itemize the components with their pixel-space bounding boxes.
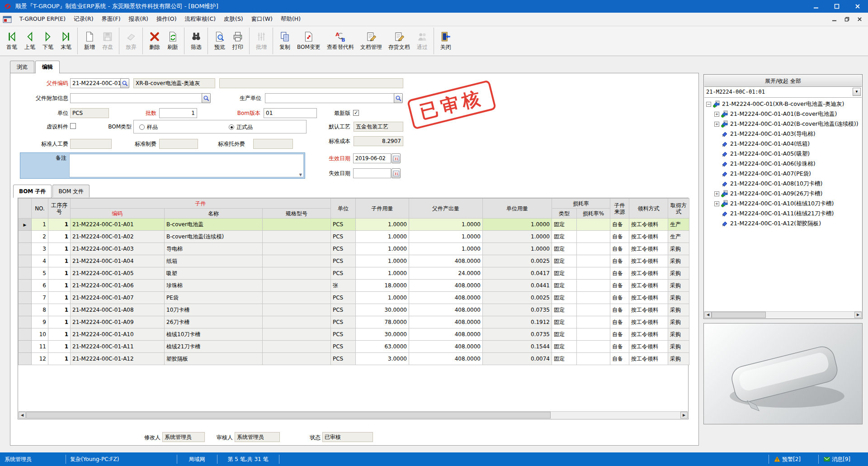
cell-parent-output[interactable]: 408.0000 [409, 304, 483, 316]
statusbar-alert-badge[interactable]: 预警[2] [774, 452, 801, 466]
tree-node[interactable]: 21-M2224-00C-01-A11(植绒21刀卡槽) [704, 209, 862, 219]
tree-node[interactable]: 21-M2224-00C-01-A12(塑胶隔板) [704, 219, 862, 228]
cell-qty[interactable]: 1.0000 [356, 219, 409, 231]
cell-no[interactable]: 7 [32, 292, 48, 304]
cell-parent-output[interactable]: 1.0000 [409, 231, 483, 243]
cell-loss-rate[interactable] [577, 231, 610, 243]
statusbar-message-badge[interactable]: 消息[9] [824, 452, 850, 466]
tree-node[interactable]: 21-M2224-00C-01(XR-B-cover电池盖-奥迪灰) [704, 99, 862, 109]
cell-name[interactable]: 植绒10刀卡槽 [165, 328, 263, 341]
cell-code[interactable]: 21-M2224-00C-01-A08 [71, 304, 165, 316]
cell-name[interactable]: 塑胶隔板 [165, 353, 263, 365]
parent-extra-field[interactable] [70, 93, 202, 103]
virtual-checkbox[interactable] [70, 123, 76, 129]
cell-name[interactable]: B-cover电池盖(连续模) [165, 231, 263, 243]
cell-unit[interactable]: PCS [331, 231, 356, 243]
cell-issue[interactable]: 按工令领料 [629, 219, 668, 231]
expire-date-field[interactable] [353, 168, 391, 178]
cell-loss-rate[interactable] [577, 243, 610, 255]
cell-unit[interactable]: PCS [331, 353, 356, 365]
toolbar-button[interactable]: 新增 [80, 28, 99, 54]
cell-acquire[interactable]: 采购 [668, 316, 689, 328]
cell-parent-output[interactable]: 1.0000 [409, 243, 483, 255]
cell-parent-output[interactable]: 408.0000 [409, 292, 483, 304]
cell-acquire[interactable]: 采购 [668, 292, 689, 304]
row-selector-cell[interactable]: ▶ [19, 243, 32, 255]
cell-no[interactable]: 12 [32, 353, 48, 365]
cell-qty[interactable]: 3.0000 [356, 353, 409, 365]
cell-unit[interactable]: PCS [331, 219, 356, 231]
table-row[interactable]: ▶ 8 1 21-M2224-00C-01-A08 10刀卡槽 PCS 30.0… [19, 304, 689, 316]
cell-loss-rate[interactable] [577, 292, 610, 304]
cell-loss-rate[interactable] [577, 267, 610, 280]
cell-qty[interactable]: 1.0000 [356, 292, 409, 304]
cell-loss-rate[interactable] [577, 353, 610, 365]
cell-seq[interactable]: 1 [48, 341, 71, 353]
bom-type-formal-option[interactable]: 正式品 [229, 123, 253, 132]
toolbar-button[interactable]: 打印 [229, 28, 250, 54]
cell-loss-type[interactable]: 固定 [552, 353, 577, 365]
cell-source[interactable]: 自备 [610, 231, 629, 243]
cell-name[interactable]: 吸塑 [165, 267, 263, 280]
cell-no[interactable]: 1 [32, 219, 48, 231]
tree-version-selector[interactable]: 21-M2224-00C-01:01 ▼ [704, 87, 862, 98]
cell-source[interactable]: 自备 [610, 316, 629, 328]
cell-no[interactable]: 6 [32, 280, 48, 292]
latest-checkbox[interactable] [353, 110, 359, 116]
cell-code[interactable]: 21-M2224-00C-01-A12 [71, 353, 165, 365]
cell-parent-output[interactable]: 408.0000 [409, 280, 483, 292]
row-selector-cell[interactable]: ▶ [19, 255, 32, 267]
row-selector-cell[interactable]: ▶ [19, 353, 32, 365]
cell-spec[interactable] [263, 267, 331, 280]
toolbar-button[interactable]: 筛选 [187, 28, 208, 54]
menu-item[interactable]: T-GROUP ERP(E) [15, 14, 70, 25]
tree-expand-box[interactable] [706, 102, 711, 107]
cell-loss-rate[interactable] [577, 316, 610, 328]
scroll-left-button[interactable]: ◀ [704, 312, 712, 318]
cell-unit-usage[interactable]: 0.0441 [483, 280, 552, 292]
cell-unit[interactable]: PCS [331, 255, 356, 267]
cell-seq[interactable]: 1 [48, 267, 71, 280]
cell-source[interactable]: 自备 [610, 292, 629, 304]
cell-qty[interactable]: 18.0000 [356, 280, 409, 292]
cell-unit-usage[interactable]: 0.0025 [483, 292, 552, 304]
cell-parent-output[interactable]: 408.0000 [409, 341, 483, 353]
tree-node[interactable]: 21-M2224-00C-01-A01(B-cover电池盖) [704, 109, 862, 119]
cell-name[interactable]: PE袋 [165, 292, 263, 304]
cell-source[interactable]: 自备 [610, 219, 629, 231]
tree-expand-box[interactable] [714, 191, 719, 196]
cell-loss-type[interactable]: 固定 [552, 328, 577, 341]
cell-unit-usage[interactable]: 0.0074 [483, 353, 552, 365]
row-selector-cell[interactable]: ▶ [19, 231, 32, 243]
tree-expand-box[interactable] [714, 122, 719, 127]
cell-seq[interactable]: 1 [48, 292, 71, 304]
cell-unit[interactable]: PCS [331, 292, 356, 304]
cell-source[interactable]: 自备 [610, 267, 629, 280]
tree-node[interactable]: 21-M2224-00C-01-A10(植绒10刀卡槽) [704, 199, 862, 209]
table-row[interactable]: ▶ 7 1 21-M2224-00C-01-A07 PE袋 PCS 1.0000… [19, 292, 689, 304]
cell-source[interactable]: 自备 [610, 328, 629, 341]
row-selector-cell[interactable]: ▶ [19, 304, 32, 316]
cell-code[interactable]: 21-M2224-00C-01-A10 [71, 328, 165, 341]
cell-acquire[interactable]: 生产 [668, 219, 689, 231]
cell-no[interactable]: 4 [32, 255, 48, 267]
menu-item[interactable]: 记录(R) [70, 14, 97, 25]
toolbar-button[interactable]: 删除 [146, 28, 164, 54]
scroll-right-button[interactable]: ▶ [854, 312, 862, 318]
cell-acquire[interactable]: 采购 [668, 243, 689, 255]
cell-name[interactable]: 纸箱 [165, 255, 263, 267]
toolbar-button[interactable]: 放弃 [122, 28, 143, 54]
cell-spec[interactable] [263, 280, 331, 292]
cell-unit-usage[interactable]: 0.1544 [483, 341, 552, 353]
cell-issue[interactable]: 按工令领料 [629, 231, 668, 243]
row-selector-cell[interactable]: ▶ [19, 219, 32, 231]
mdi-close-button[interactable] [856, 17, 863, 22]
cell-no[interactable]: 9 [32, 316, 48, 328]
toolbar-button[interactable]: 存盘 [99, 28, 119, 54]
tree-expand-box[interactable] [714, 112, 719, 117]
cell-code[interactable]: 21-M2224-00C-01-A01 [71, 219, 165, 231]
cell-seq[interactable]: 1 [48, 304, 71, 316]
toolbar-button[interactable]: 批增 [252, 28, 273, 54]
cell-source[interactable]: 自备 [610, 304, 629, 316]
cell-unit[interactable]: PCS [331, 316, 356, 328]
